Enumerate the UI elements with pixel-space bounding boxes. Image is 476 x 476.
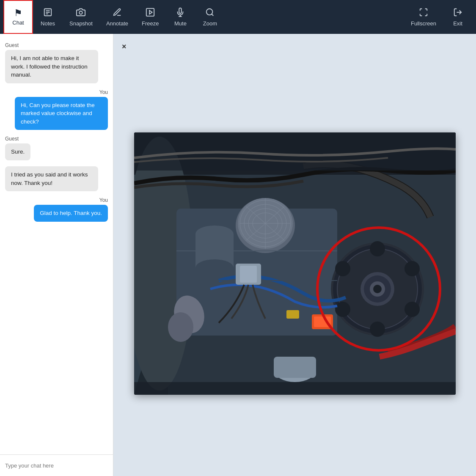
svg-point-4 xyxy=(80,11,83,14)
chat-messages: Guest Hi, I am not able to make it work.… xyxy=(0,34,113,454)
sender-label-1: Guest xyxy=(5,42,19,48)
svg-line-10 xyxy=(212,14,214,16)
fullscreen-icon xyxy=(419,8,428,19)
svg-rect-57 xyxy=(134,382,456,395)
chat-bubble-1: Hi, I am not able to make it work. I fol… xyxy=(5,50,98,83)
svg-point-45 xyxy=(168,312,193,342)
toolbar-chat[interactable]: ⚑ Chat xyxy=(3,0,33,34)
snapshot-label: Snapshot xyxy=(69,20,93,27)
toolbar-mute[interactable]: Mute xyxy=(165,0,195,34)
mute-icon xyxy=(176,8,185,19)
svg-point-39 xyxy=(335,261,350,276)
fullscreen-label: Fullscreen xyxy=(411,20,436,27)
svg-rect-50 xyxy=(274,357,316,378)
svg-point-43 xyxy=(373,285,382,293)
main-layout: Guest Hi, I am not able to make it work.… xyxy=(0,34,476,476)
toolbar-exit[interactable]: Exit xyxy=(443,0,473,34)
svg-rect-5 xyxy=(146,8,154,16)
chat-bubble-4: I tried as you said and it works now. Th… xyxy=(5,166,98,191)
content-panel: × xyxy=(113,34,476,476)
svg-rect-54 xyxy=(240,266,257,283)
notes-icon xyxy=(43,8,52,19)
svg-point-35 xyxy=(404,261,420,276)
mute-label: Mute xyxy=(174,20,187,27)
zoom-label: Zoom xyxy=(203,20,217,27)
chat-bubble-5: Glad to help. Thank you. xyxy=(34,205,108,222)
svg-rect-48 xyxy=(286,310,299,319)
sender-label-2: You xyxy=(99,89,108,95)
svg-point-38 xyxy=(335,302,350,317)
chat-group-3: Guest Sure. xyxy=(5,136,108,160)
toolbar: ⚑ Chat Notes Snapshot Annotate Freeze Mu… xyxy=(0,0,476,34)
engine-image xyxy=(134,132,456,395)
snapshot-icon xyxy=(76,8,85,19)
sender-label-3: Guest xyxy=(5,136,19,142)
svg-point-34 xyxy=(370,241,385,256)
freeze-icon xyxy=(146,8,155,19)
freeze-label: Freeze xyxy=(142,20,159,27)
zoom-icon xyxy=(205,8,215,19)
annotate-icon xyxy=(113,8,122,19)
svg-marker-6 xyxy=(149,10,152,14)
chat-group-4: I tried as you said and it works now. Th… xyxy=(5,166,108,191)
chat-icon: ⚑ xyxy=(14,8,22,18)
exit-label: Exit xyxy=(453,20,462,27)
chat-input-area xyxy=(0,454,113,476)
notes-label: Notes xyxy=(41,20,55,27)
toolbar-fullscreen[interactable]: Fullscreen xyxy=(404,0,443,34)
toolbar-notes[interactable]: Notes xyxy=(33,0,63,34)
annotate-label: Annotate xyxy=(106,20,128,27)
svg-point-20 xyxy=(195,259,234,276)
toolbar-snapshot[interactable]: Snapshot xyxy=(63,0,99,34)
chat-panel: Guest Hi, I am not able to make it work.… xyxy=(0,34,113,476)
svg-rect-55 xyxy=(134,132,456,171)
chat-input[interactable] xyxy=(5,462,108,469)
chat-label: Chat xyxy=(12,19,24,26)
close-button[interactable]: × xyxy=(122,42,127,51)
svg-point-9 xyxy=(206,8,213,15)
chat-group-1: Guest Hi, I am not able to make it work.… xyxy=(5,42,108,83)
chat-bubble-3: Sure. xyxy=(5,143,30,160)
svg-point-36 xyxy=(404,302,420,317)
sender-label-5: You xyxy=(99,197,108,203)
toolbar-zoom[interactable]: Zoom xyxy=(195,0,225,34)
chat-group-5: You Glad to help. Thank you. xyxy=(5,197,108,222)
toolbar-annotate[interactable]: Annotate xyxy=(99,0,135,34)
exit-icon xyxy=(453,8,462,19)
chat-group-2: You Hi, Can you please rotate the marked… xyxy=(5,89,108,130)
toolbar-freeze[interactable]: Freeze xyxy=(135,0,165,34)
chat-bubble-2: Hi, Can you please rotate the marked val… xyxy=(15,97,108,130)
svg-point-37 xyxy=(370,322,385,337)
